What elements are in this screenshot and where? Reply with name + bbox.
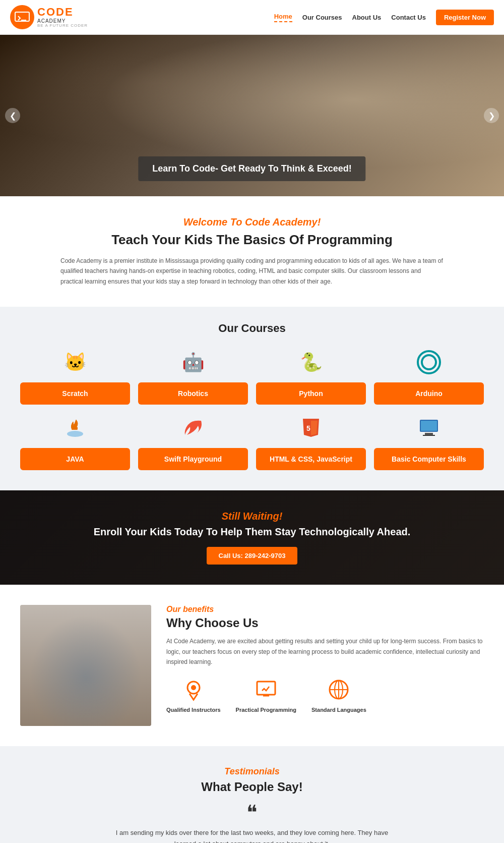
- benefits-image: [20, 605, 151, 726]
- course-card-java: JAVA: [20, 413, 130, 470]
- python-button[interactable]: Python: [256, 382, 366, 405]
- html-icon: 5: [296, 413, 326, 443]
- qualified-label: Qualified Instructors: [166, 706, 221, 713]
- benefits-section: Our benefits Why Choose Us At Code Acade…: [0, 585, 504, 746]
- course-card-html: 5 HTML & CSS, JavaScript: [256, 413, 366, 470]
- logo-code: CODE: [37, 6, 88, 18]
- benefits-image-sim: [20, 605, 151, 726]
- swift-icon: [178, 413, 208, 443]
- benefits-title: Why Choose Us: [166, 616, 484, 630]
- hero-next-arrow[interactable]: ❯: [484, 108, 499, 123]
- course-card-python: 🐍 Python: [256, 347, 366, 405]
- svg-point-3: [422, 355, 436, 369]
- robotics-icon: 🤖: [178, 347, 208, 377]
- hero-text: Learn To Code- Get Ready To Think & Exce…: [152, 163, 351, 174]
- course-card-arduino: Arduino: [374, 347, 484, 405]
- hero-section: ❮ Learn To Code- Get Ready To Think & Ex…: [0, 35, 504, 196]
- scratch-icon: 🐱: [60, 347, 90, 377]
- testimonials-section: Testimonials What People Say! ❝ I am sen…: [0, 746, 504, 843]
- python-icon: 🐍: [296, 347, 326, 377]
- svg-rect-11: [423, 435, 435, 436]
- testimonials-subtitle: Testimonials: [20, 766, 484, 777]
- benefit-qualified: Qualified Instructors: [166, 677, 221, 713]
- svg-marker-6: [311, 421, 318, 435]
- svg-point-4: [67, 431, 83, 437]
- svg-text:5: 5: [306, 424, 310, 432]
- cta-banner: Still Waiting! Enroll Your Kids Today To…: [0, 490, 504, 585]
- practical-icon: [254, 677, 279, 702]
- testimonial-text: I am sending my kids over there for the …: [111, 827, 393, 843]
- course-card-robotics: 🤖 Robotics: [138, 347, 248, 405]
- qualified-icon: [181, 677, 206, 702]
- swift-button[interactable]: Swift Playground: [138, 448, 248, 470]
- cta-text: Enroll Your Kids Today To Help Them Stay…: [10, 526, 494, 538]
- arduino-button[interactable]: Arduino: [374, 382, 484, 405]
- header: CODE ACADEMY BE A FUTURE CODER Home Our …: [0, 0, 504, 35]
- computer-icon: [414, 413, 444, 443]
- svg-rect-9: [421, 421, 437, 431]
- benefits-content: Our benefits Why Choose Us At Code Acade…: [166, 605, 484, 713]
- practical-label: Practical Programming: [236, 706, 296, 713]
- standard-label: Standard Languages: [311, 706, 366, 713]
- welcome-subtitle: Welcome To Code Academy!: [30, 216, 474, 228]
- svg-point-13: [191, 685, 196, 690]
- logo-icon: [10, 5, 34, 29]
- arduino-icon: [414, 347, 444, 377]
- testimonials-title: What People Say!: [20, 780, 484, 794]
- benefit-practical: Practical Programming: [236, 677, 296, 713]
- course-card-scratch: 🐱 Scratch: [20, 347, 130, 405]
- nav-contact[interactable]: Contact Us: [391, 14, 426, 21]
- navigation: Home Our Courses About Us Contact Us Reg…: [274, 10, 494, 25]
- robotics-button[interactable]: Robotics: [138, 382, 248, 405]
- benefit-standard: Standard Languages: [311, 677, 366, 713]
- welcome-description: Code Academy is a premier institute in M…: [60, 256, 444, 287]
- logo: CODE ACADEMY BE A FUTURE CODER: [10, 5, 88, 29]
- svg-rect-10: [425, 433, 433, 435]
- welcome-section: Welcome To Code Academy! Teach Your Kids…: [0, 196, 504, 307]
- nav-about[interactable]: About Us: [352, 14, 382, 21]
- scratch-button[interactable]: Scratch: [20, 382, 130, 405]
- welcome-title: Teach Your Kids The Basics Of Programmin…: [30, 232, 474, 248]
- hero-prev-arrow[interactable]: ❮: [5, 108, 20, 123]
- quote-mark: ❝: [20, 802, 484, 822]
- courses-title: Our Courses: [20, 322, 484, 335]
- course-card-basic-computer: Basic Computer Skills: [374, 413, 484, 470]
- java-icon: [60, 413, 90, 443]
- cta-still-waiting: Still Waiting!: [10, 511, 494, 522]
- logo-tagline: BE A FUTURE CODER: [37, 24, 88, 28]
- courses-grid: 🐱 Scratch 🤖 Robotics 🐍 Python Arduino: [20, 347, 484, 470]
- hero-overlay-text: Learn To Code- Get Ready To Think & Exce…: [138, 156, 365, 181]
- logo-text: CODE ACADEMY BE A FUTURE CODER: [37, 6, 88, 28]
- html-button[interactable]: HTML & CSS, JavaScript: [256, 448, 366, 470]
- benefits-description: At Code Academy, we are excited about ge…: [166, 636, 484, 667]
- standard-icon: [326, 677, 351, 702]
- courses-section: Our Courses 🐱 Scratch 🤖 Robotics 🐍 Pytho…: [0, 307, 504, 490]
- course-card-swift: Swift Playground: [138, 413, 248, 470]
- basic-computer-button[interactable]: Basic Computer Skills: [374, 448, 484, 470]
- nav-home[interactable]: Home: [274, 13, 292, 22]
- java-button[interactable]: JAVA: [20, 448, 130, 470]
- benefits-subtitle: Our benefits: [166, 605, 484, 614]
- benefits-icons: Qualified Instructors Practical Programm…: [166, 677, 484, 713]
- cta-call-button[interactable]: Call Us: 289-242-9703: [207, 547, 298, 565]
- nav-courses[interactable]: Our Courses: [302, 14, 342, 21]
- register-button[interactable]: Register Now: [436, 10, 494, 25]
- svg-rect-14: [257, 682, 275, 695]
